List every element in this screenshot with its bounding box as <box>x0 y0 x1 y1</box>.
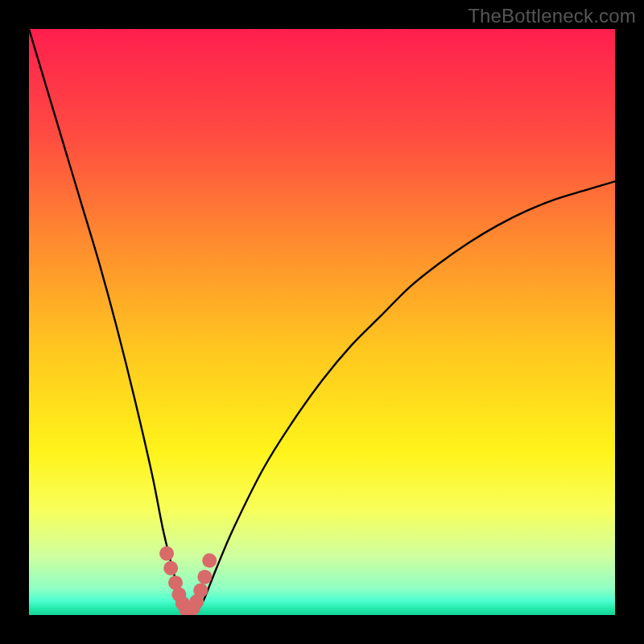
curve-layer <box>29 29 615 615</box>
bottom-marker-group <box>159 547 217 615</box>
chart-frame: TheBottleneck.com <box>0 0 644 644</box>
bottom-marker <box>202 553 217 568</box>
bottom-marker <box>159 547 174 561</box>
plot-area <box>29 29 615 615</box>
bottom-marker <box>163 561 178 576</box>
bottom-marker <box>193 583 208 597</box>
bottom-marker <box>197 570 212 584</box>
bottleneck-curve <box>29 29 615 612</box>
watermark-text: TheBottleneck.com <box>468 5 636 27</box>
